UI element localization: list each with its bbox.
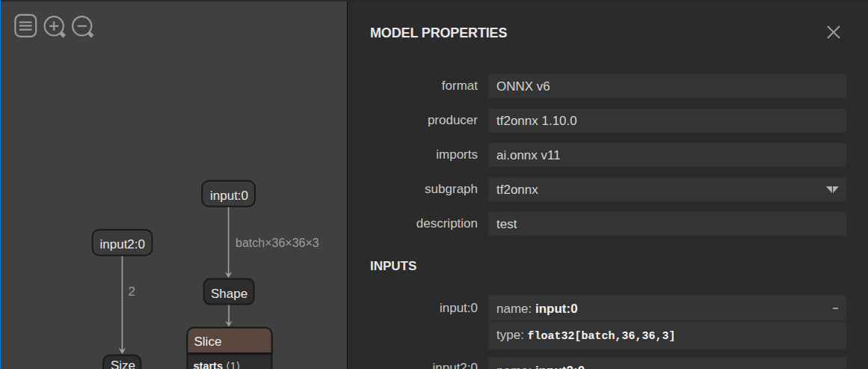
svg-text:input2:0: input2:0 bbox=[100, 237, 146, 251]
svg-text:batch×36×36×3: batch×36×36×3 bbox=[236, 237, 319, 249]
svg-text:Size: Size bbox=[111, 359, 135, 369]
svg-text:⟨1⟩: ⟨1⟩ bbox=[226, 360, 240, 369]
svg-text:Slice: Slice bbox=[194, 335, 222, 349]
svg-text:2: 2 bbox=[129, 284, 135, 299]
svg-text:input:0: input:0 bbox=[210, 189, 248, 203]
svg-text:Shape: Shape bbox=[211, 287, 247, 301]
svg-text:starts: starts bbox=[194, 360, 224, 369]
